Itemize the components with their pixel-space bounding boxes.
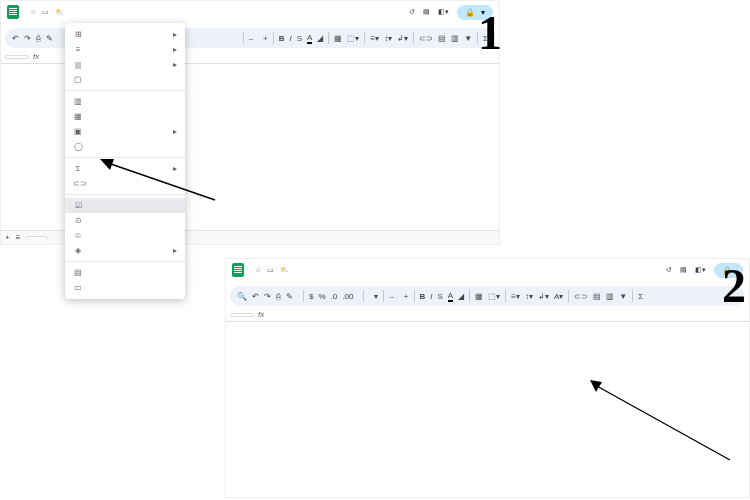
chart-icon[interactable]: ▥: [606, 292, 614, 301]
bold-icon[interactable]: B: [279, 34, 285, 43]
sheets-logo: [232, 263, 244, 277]
menu-image[interactable]: ▣▸: [65, 124, 185, 139]
emoji-icon: ☺: [73, 231, 83, 240]
fill-icon[interactable]: ◢: [317, 34, 323, 43]
dropdown-icon: ⊙: [73, 216, 83, 225]
paint-icon[interactable]: ✎: [286, 292, 293, 301]
undo-icon[interactable]: ↶: [12, 34, 19, 43]
history-icon[interactable]: ↺: [666, 266, 672, 274]
redo-icon[interactable]: ↷: [264, 292, 271, 301]
annotation-1: 1: [478, 5, 502, 60]
add-sheet[interactable]: +: [5, 233, 10, 242]
fx-icon: fx: [258, 310, 264, 319]
print-icon[interactable]: ⎙: [36, 34, 41, 43]
menu-rows[interactable]: ≡▸: [65, 42, 185, 57]
fill-icon[interactable]: ◢: [458, 292, 464, 301]
rows-icon: ≡: [73, 45, 83, 54]
borders-icon[interactable]: ▦: [334, 34, 342, 43]
comment-icon[interactable]: ▤: [438, 34, 446, 43]
menu-note[interactable]: ▭: [65, 280, 185, 295]
filter-icon[interactable]: ▼: [619, 292, 627, 301]
pivot-icon: ▦: [73, 112, 83, 121]
filter-icon[interactable]: ▼: [464, 34, 472, 43]
sheets-logo: [7, 5, 19, 19]
name-box[interactable]: [230, 313, 254, 317]
cells-icon: ⊞: [73, 30, 83, 39]
svg-line-2: [595, 385, 730, 460]
meet-icon[interactable]: ◧▾: [695, 266, 706, 274]
comments-icon[interactable]: ▤: [680, 266, 687, 274]
chart-icon[interactable]: ▥: [451, 34, 459, 43]
link-icon[interactable]: ⊂⊃: [419, 34, 433, 43]
wrap-icon[interactable]: ↲▾: [397, 34, 408, 43]
annotation-2: 2: [722, 258, 746, 313]
link-icon: ⊂⊃: [73, 179, 83, 188]
folder-icon: ▭: [267, 266, 274, 273]
menu-smartchips[interactable]: ◈▸: [65, 243, 185, 258]
menu-drawing[interactable]: ◯: [65, 139, 185, 154]
menu-cells[interactable]: ⊞▸: [65, 27, 185, 42]
svg-marker-3: [590, 380, 602, 392]
svg-line-0: [108, 163, 215, 200]
star-icon: ☆: [255, 266, 261, 273]
wrap-icon[interactable]: ↲▾: [538, 292, 549, 301]
italic-icon[interactable]: I: [290, 34, 292, 43]
link-icon[interactable]: ⊂⊃: [574, 292, 588, 301]
menu-emoji[interactable]: ☺: [65, 228, 185, 243]
halign-icon[interactable]: ≡▾: [511, 292, 520, 301]
strike-icon[interactable]: S: [438, 292, 443, 301]
function-icon: Σ: [73, 164, 83, 173]
comment-icon[interactable]: ▤: [593, 292, 601, 301]
menu-comment[interactable]: ▤: [65, 265, 185, 280]
sheet-tab[interactable]: [26, 236, 48, 239]
history-icon[interactable]: ↺: [409, 8, 415, 16]
cols-icon: |||: [73, 60, 83, 69]
star-icon: ☆: [30, 8, 36, 15]
checkbox-icon: ☑: [73, 201, 83, 210]
arrow-1: [100, 155, 220, 205]
image-icon: ▣: [73, 127, 83, 136]
halign-icon[interactable]: ≡▾: [370, 34, 379, 43]
undo-icon[interactable]: ↶: [252, 292, 259, 301]
all-sheets[interactable]: ≡: [16, 233, 21, 242]
print-icon[interactable]: ⎙: [276, 292, 281, 301]
menu-columns[interactable]: |||▸: [65, 57, 185, 72]
fx-icon: fx: [33, 52, 39, 61]
strike-icon[interactable]: S: [297, 34, 302, 43]
arrow-2: [590, 380, 740, 470]
cloud-icon: ⛅: [280, 266, 289, 273]
chart-icon: ▥: [73, 97, 83, 106]
drawing-icon: ◯: [73, 142, 83, 151]
name-box[interactable]: [5, 55, 29, 59]
bold-icon[interactable]: B: [420, 292, 426, 301]
meet-icon[interactable]: ◧▾: [438, 8, 449, 16]
cloud-icon: ⛅: [55, 8, 64, 15]
textcolor-icon[interactable]: A: [448, 291, 453, 302]
merge-icon[interactable]: ⬚▾: [488, 292, 500, 301]
italic-icon[interactable]: I: [430, 292, 432, 301]
folder-icon: ▭: [42, 8, 49, 15]
note-icon: ▭: [73, 283, 83, 292]
textcolor-icon[interactable]: A: [307, 33, 312, 44]
redo-icon[interactable]: ↷: [24, 34, 31, 43]
paint-icon[interactable]: ✎: [46, 34, 53, 43]
menu-pivot[interactable]: ▦: [65, 109, 185, 124]
menu-chart[interactable]: ▥: [65, 94, 185, 109]
merge-icon[interactable]: ⬚▾: [347, 34, 359, 43]
borders-icon[interactable]: ▦: [475, 292, 483, 301]
svg-marker-1: [100, 159, 114, 170]
functions-icon[interactable]: Σ: [638, 292, 643, 301]
valign-icon[interactable]: ↕▾: [525, 292, 533, 301]
comment-icon: ▤: [73, 268, 83, 277]
sheet-icon: ▢: [73, 75, 83, 84]
menu-sheet[interactable]: ▢: [65, 72, 185, 87]
comments-icon[interactable]: ▤: [423, 8, 430, 16]
search-icon[interactable]: 🔍: [237, 292, 247, 301]
lock-icon: 🔒: [465, 8, 475, 17]
chips-icon: ◈: [73, 246, 83, 255]
toolbar: 🔍 ↶ ↷ ⎙ ✎ $%.0.00 ▾ –+ B I S A ◢ ▦ ⬚▾ ≡▾…: [230, 286, 745, 306]
menu-dropdown[interactable]: ⊙: [65, 213, 185, 228]
valign-icon[interactable]: ↕▾: [384, 34, 392, 43]
